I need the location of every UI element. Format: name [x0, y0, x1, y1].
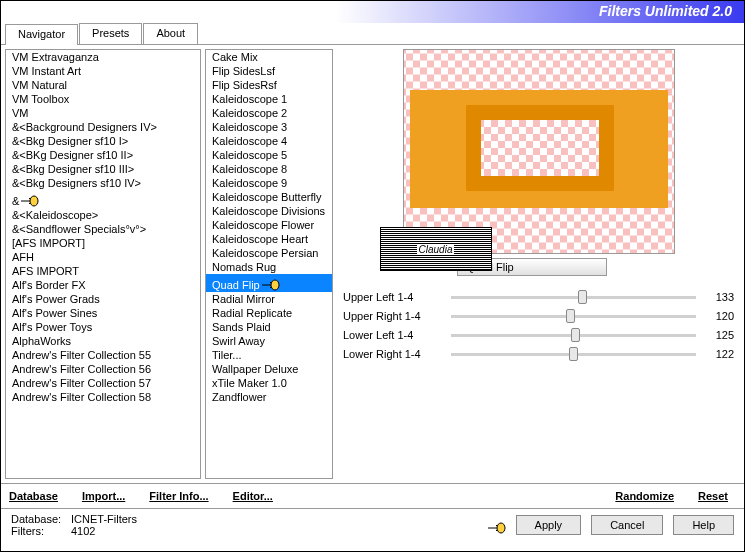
slider-thumb[interactable] — [566, 309, 575, 323]
import-button[interactable]: Import... — [82, 490, 125, 502]
tab-about[interactable]: About — [143, 23, 198, 44]
list-item[interactable]: Alf's Border FX — [6, 278, 200, 292]
tab-presets[interactable]: Presets — [79, 23, 142, 44]
status-db-value: ICNET-Filters — [71, 513, 137, 525]
list-item[interactable]: Flip SidesLsf — [206, 64, 332, 78]
list-item[interactable]: Andrew's Filter Collection 55 — [6, 348, 200, 362]
svg-point-2 — [497, 523, 505, 533]
reset-button[interactable]: Reset — [698, 490, 728, 502]
slider-track[interactable] — [451, 353, 696, 356]
list-item[interactable]: & — [6, 190, 200, 208]
list-item[interactable]: Radial Replicate — [206, 306, 332, 320]
status-filters-label: Filters: — [11, 525, 71, 537]
list-item[interactable]: Kaleidoscope 4 — [206, 134, 332, 148]
list-item[interactable]: AFS IMPORT — [6, 264, 200, 278]
filter-info-button[interactable]: Filter Info... — [149, 490, 208, 502]
list-item[interactable]: Kaleidoscope Flower — [206, 218, 332, 232]
list-item[interactable]: Cake Mix — [206, 50, 332, 64]
list-item[interactable]: Kaleidoscope 8 — [206, 162, 332, 176]
list-item[interactable]: VM Extravaganza — [6, 50, 200, 64]
list-item[interactable]: &<BKg Designer sf10 II> — [6, 148, 200, 162]
list-item[interactable]: &<Background Designers IV> — [6, 120, 200, 134]
tab-navigator[interactable]: Navigator — [5, 24, 78, 45]
status-info: Database:ICNET-Filters Filters:4102 — [11, 513, 476, 537]
list-item[interactable]: Flip SidesRsf — [206, 78, 332, 92]
list-item[interactable]: VM Toolbox — [6, 92, 200, 106]
list-item[interactable]: VM Instant Art — [6, 64, 200, 78]
list-item[interactable]: Zandflower — [206, 390, 332, 404]
database-button[interactable]: Database — [9, 490, 58, 502]
slider-label: Lower Right 1-4 — [343, 348, 443, 360]
slider-value: 120 — [704, 310, 734, 322]
slider-thumb[interactable] — [578, 290, 587, 304]
list-item[interactable]: Radial Mirror — [206, 292, 332, 306]
list-item[interactable]: Andrew's Filter Collection 57 — [6, 376, 200, 390]
list-item[interactable]: Tiler... — [206, 348, 332, 362]
list-item[interactable]: xTile Maker 1.0 — [206, 376, 332, 390]
app-title: Filters Unlimited 2.0 — [599, 3, 732, 19]
filter-list[interactable]: Cake MixFlip SidesLsfFlip SidesRsfKaleid… — [206, 50, 332, 478]
list-item[interactable]: AlphaWorks — [6, 334, 200, 348]
list-item[interactable]: Alf's Power Sines — [6, 306, 200, 320]
slider-row: Upper Left 1-4133 — [343, 288, 734, 306]
list-item[interactable]: Kaleidoscope 3 — [206, 120, 332, 134]
list-item[interactable]: Wallpaper Deluxe — [206, 362, 332, 376]
pointer-icon — [260, 278, 280, 292]
list-item[interactable]: Swirl Away — [206, 334, 332, 348]
slider-row: Upper Right 1-4120 — [343, 307, 734, 325]
pointer-icon — [486, 521, 506, 535]
list-item[interactable]: AFH — [6, 250, 200, 264]
list-item[interactable]: Kaleidoscope 9 — [206, 176, 332, 190]
svg-point-1 — [271, 280, 279, 290]
status-db-label: Database: — [11, 513, 71, 525]
slider-value: 133 — [704, 291, 734, 303]
slider-track[interactable] — [451, 315, 696, 318]
list-item[interactable]: [AFS IMPORT] — [6, 236, 200, 250]
list-item[interactable]: &<Sandflower Specials°v°> — [6, 222, 200, 236]
toolbar: Database Import... Filter Info... Editor… — [1, 483, 744, 509]
slider-track[interactable] — [451, 334, 696, 337]
slider-group: Upper Left 1-4133Upper Right 1-4120Lower… — [337, 288, 740, 364]
slider-label: Lower Left 1-4 — [343, 329, 443, 341]
list-item[interactable]: Kaleidoscope Butterfly — [206, 190, 332, 204]
list-item[interactable]: Nomads Rug — [206, 260, 332, 274]
list-item[interactable]: Kaleidoscope 1 — [206, 92, 332, 106]
list-item[interactable]: Alf's Power Toys — [6, 320, 200, 334]
list-item[interactable]: Kaleidoscope 5 — [206, 148, 332, 162]
title-bar: Filters Unlimited 2.0 — [1, 1, 744, 23]
slider-thumb[interactable] — [571, 328, 580, 342]
randomize-button[interactable]: Randomize — [615, 490, 674, 502]
list-item[interactable]: VM Natural — [6, 78, 200, 92]
list-item[interactable]: Quad Flip — [206, 274, 332, 292]
list-item[interactable]: &<Kaleidoscope> — [6, 208, 200, 222]
slider-row: Lower Left 1-4125 — [343, 326, 734, 344]
slider-thumb[interactable] — [569, 347, 578, 361]
category-list[interactable]: VM ExtravaganzaVM Instant ArtVM NaturalV… — [6, 50, 200, 478]
content-area: VM ExtravaganzaVM Instant ArtVM NaturalV… — [1, 45, 744, 483]
filter-list-panel: Cake MixFlip SidesLsfFlip SidesRsfKaleid… — [205, 49, 333, 479]
list-item[interactable]: Kaleidoscope 2 — [206, 106, 332, 120]
slider-track[interactable] — [451, 296, 696, 299]
watermark-text: Claudia — [417, 244, 455, 255]
preview-panel: Claudia Quad Flip Upper Left 1-4133Upper… — [337, 49, 740, 479]
slider-label: Upper Left 1-4 — [343, 291, 443, 303]
help-button[interactable]: Help — [673, 515, 734, 535]
list-item[interactable]: &<Bkg Designers sf10 IV> — [6, 176, 200, 190]
editor-button[interactable]: Editor... — [233, 490, 273, 502]
list-item[interactable]: Kaleidoscope Persian — [206, 246, 332, 260]
slider-label: Upper Right 1-4 — [343, 310, 443, 322]
list-item[interactable]: Sands Plaid — [206, 320, 332, 334]
cancel-button[interactable]: Cancel — [591, 515, 663, 535]
list-item[interactable]: &<Bkg Designer sf10 I> — [6, 134, 200, 148]
category-list-panel: VM ExtravaganzaVM Instant ArtVM NaturalV… — [5, 49, 201, 479]
apply-button[interactable]: Apply — [516, 515, 582, 535]
status-filters-value: 4102 — [71, 525, 95, 537]
list-item[interactable]: Kaleidoscope Divisions — [206, 204, 332, 218]
slider-row: Lower Right 1-4122 — [343, 345, 734, 363]
list-item[interactable]: Andrew's Filter Collection 56 — [6, 362, 200, 376]
list-item[interactable]: VM — [6, 106, 200, 120]
list-item[interactable]: Andrew's Filter Collection 58 — [6, 390, 200, 404]
list-item[interactable]: Kaleidoscope Heart — [206, 232, 332, 246]
list-item[interactable]: &<Bkg Designer sf10 III> — [6, 162, 200, 176]
list-item[interactable]: Alf's Power Grads — [6, 292, 200, 306]
